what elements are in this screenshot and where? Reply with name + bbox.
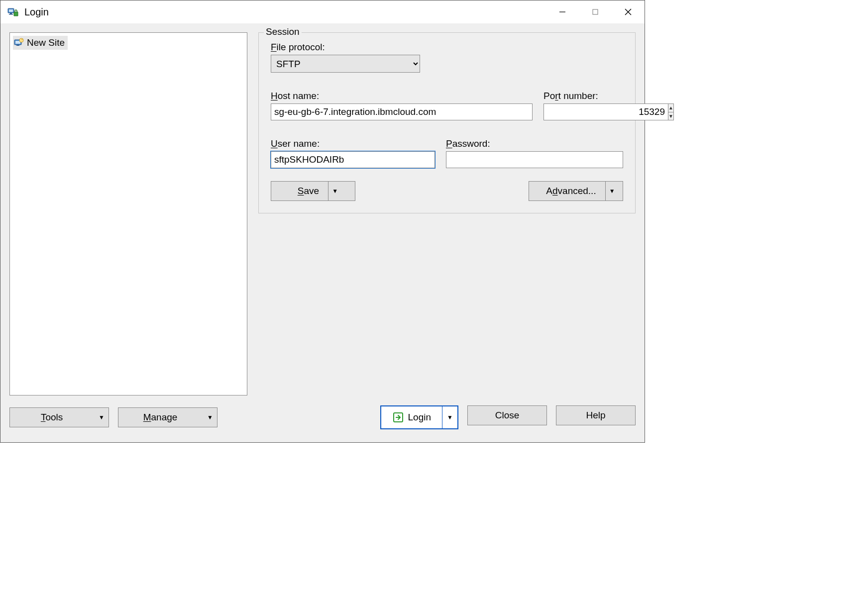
login-dropdown-icon[interactable]: ▼: [442, 406, 457, 428]
password-label: Password:: [446, 138, 623, 149]
close-dialog-button[interactable]: Close: [467, 405, 547, 425]
titlebar: Login: [0, 0, 645, 23]
username-label: User name:: [271, 138, 435, 149]
new-site-item[interactable]: New Site: [13, 36, 68, 50]
save-dropdown-icon[interactable]: ▼: [328, 182, 341, 200]
protocol-label: File protocol:: [271, 42, 623, 53]
svg-rect-2: [10, 13, 12, 14]
spin-down-icon[interactable]: ▼: [668, 112, 673, 120]
svg-rect-1: [9, 9, 13, 12]
login-button[interactable]: Login ▼: [380, 405, 459, 429]
bottom-toolbar: Tools ▼ Manage ▼ Login: [9, 402, 636, 432]
help-button[interactable]: Help: [556, 405, 636, 425]
new-site-label: New Site: [27, 37, 65, 48]
svg-rect-10: [16, 45, 19, 46]
advanced-dropdown-icon[interactable]: ▼: [605, 182, 619, 200]
session-fieldset: Session File protocol: SFTP Host name: P…: [258, 32, 636, 213]
client-area: New Site Session File protocol: SFTP Hos…: [0, 23, 645, 442]
port-input[interactable]: [543, 103, 668, 120]
close-button[interactable]: [612, 0, 645, 23]
sites-tree[interactable]: New Site: [9, 32, 247, 395]
login-icon: [392, 411, 404, 423]
save-button[interactable]: Save ▼: [271, 181, 355, 201]
advanced-button[interactable]: Advanced... ▼: [529, 181, 623, 201]
manage-button[interactable]: Manage ▼: [118, 407, 217, 427]
window-title: Login: [24, 6, 49, 18]
svg-rect-3: [9, 14, 13, 15]
svg-rect-5: [593, 9, 598, 14]
login-window: Login New Site: [0, 0, 645, 443]
maximize-button[interactable]: [579, 0, 612, 23]
chevron-down-icon: ▼: [99, 414, 105, 421]
protocol-select[interactable]: SFTP: [271, 55, 420, 73]
monitor-new-icon: [14, 38, 24, 48]
login-button-label: Login: [408, 412, 432, 423]
port-label: Port number:: [543, 91, 623, 101]
chevron-down-icon: ▼: [207, 414, 213, 421]
port-spinner[interactable]: ▲ ▼: [668, 103, 674, 120]
username-input[interactable]: [271, 151, 435, 168]
password-input[interactable]: [446, 151, 623, 168]
minimize-button[interactable]: [546, 0, 579, 23]
spin-up-icon[interactable]: ▲: [668, 104, 673, 112]
host-input[interactable]: [271, 103, 533, 120]
session-panel: Session File protocol: SFTP Host name: P…: [258, 32, 636, 395]
host-label: Host name:: [271, 91, 533, 101]
tools-button[interactable]: Tools ▼: [9, 407, 109, 427]
session-legend: Session: [264, 26, 302, 37]
app-icon: [7, 6, 19, 18]
